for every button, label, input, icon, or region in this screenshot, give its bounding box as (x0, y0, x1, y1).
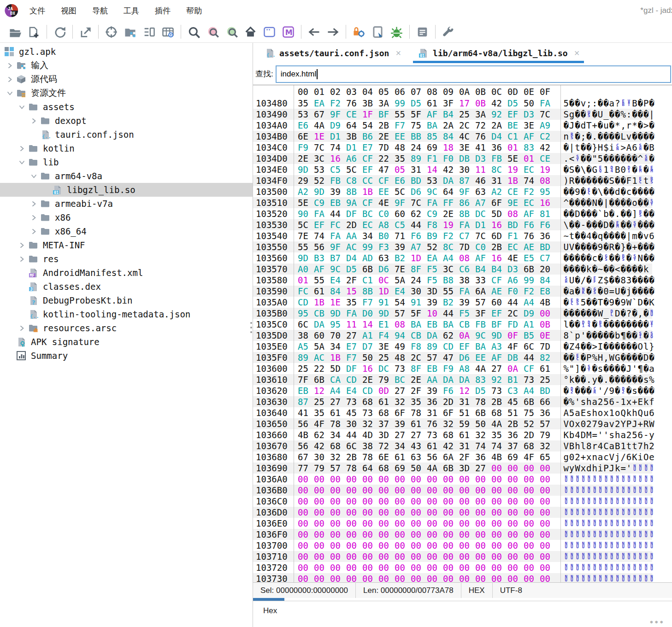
ascii-char[interactable]: � (609, 375, 614, 385)
ascii-char[interactable]: � (580, 187, 586, 197)
hex-byte[interactable]: DA (459, 375, 475, 385)
ascii-char[interactable]: B (615, 164, 620, 175)
ascii-char[interactable]: SY (586, 365, 592, 372)
hex-byte[interactable]: 0E (540, 330, 556, 340)
ascii-char[interactable]: c (592, 253, 597, 263)
ascii-char[interactable]: v (626, 131, 631, 141)
ascii-char[interactable]: D (637, 297, 643, 307)
hex-byte[interactable]: 17 (459, 98, 475, 108)
ascii-char[interactable]: a (575, 408, 580, 418)
hex-byte[interactable]: AF (524, 131, 540, 141)
ascii-char[interactable]: NU (620, 531, 626, 538)
hex-byte[interactable]: 85 (427, 131, 443, 141)
ascii-char[interactable]: NU (632, 553, 637, 560)
hex-byte[interactable]: B4 (475, 264, 491, 274)
ascii-char[interactable]: � (649, 220, 654, 230)
hex-byte[interactable]: 65 (540, 452, 556, 462)
ascii-char[interactable]: NU (609, 509, 614, 516)
ascii-char[interactable]: SY (632, 222, 637, 228)
ascii-char[interactable]: C (603, 441, 609, 451)
ascii-char[interactable]: M (586, 430, 592, 440)
ascii-char[interactable]: � (586, 253, 592, 263)
ascii-char[interactable]: NU (620, 564, 626, 571)
hex-byte[interactable]: 52 (427, 242, 443, 252)
ascii-char[interactable]: NU (643, 575, 648, 582)
hex-byte[interactable]: D5 (346, 264, 362, 274)
ascii-char[interactable]: � (580, 176, 586, 186)
hex-byte[interactable]: 35 (491, 430, 507, 440)
ascii-char[interactable]: s (643, 375, 648, 385)
hex-byte[interactable]: 42 (443, 164, 459, 175)
hex-byte[interactable]: 55 (314, 275, 330, 285)
hex-byte[interactable]: 00 (459, 507, 475, 517)
hex-byte[interactable]: BE (507, 120, 524, 130)
ascii-char[interactable]: � (637, 120, 643, 130)
ascii-char[interactable]: D1 (626, 166, 631, 173)
ascii-char[interactable]: NU (597, 575, 603, 582)
ascii-char[interactable]: S (569, 164, 574, 175)
hex-byte[interactable]: 00 (378, 474, 395, 484)
hex-byte[interactable]: 95 (298, 308, 314, 318)
ascii-char[interactable]: % (649, 375, 654, 385)
ascii-char[interactable]: R (569, 176, 574, 186)
ascii-char[interactable]: > (592, 341, 597, 352)
ascii-char[interactable]: h (586, 397, 592, 407)
hex-byte[interactable]: FA (459, 286, 475, 296)
ascii-char[interactable]: R (609, 242, 614, 252)
hex-byte[interactable]: 43 (411, 441, 427, 451)
hex-byte[interactable]: 81 (540, 209, 556, 219)
tab-assets-tauri.conf.json[interactable]: {..}assets/tauri.conf.json× (259, 43, 406, 63)
ascii-char[interactable]: a (649, 363, 654, 374)
hex-byte[interactable]: 9C (475, 330, 491, 340)
ascii-char[interactable]: % (592, 352, 597, 363)
hex-byte[interactable]: BF (491, 319, 507, 329)
ascii-char[interactable]: h (643, 441, 648, 451)
hex-byte[interactable]: F5 (459, 308, 475, 318)
ascii-char[interactable]: x (575, 419, 580, 429)
ascii-char[interactable]: BS (597, 321, 603, 328)
hex-byte[interactable]: 9C (330, 264, 346, 274)
ascii-char[interactable]: � (580, 153, 586, 164)
ascii-char[interactable]: NU (626, 498, 631, 504)
ascii-char[interactable]: t (632, 441, 637, 451)
hex-byte[interactable]: F2 (330, 98, 346, 108)
hex-byte[interactable]: 45 (507, 397, 524, 407)
ascii-char[interactable]: h (592, 408, 597, 418)
ascii-char[interactable]: NU (615, 476, 620, 482)
hex-byte[interactable]: 25 (459, 109, 475, 119)
hex-byte[interactable]: 9D (314, 187, 330, 197)
ascii-char[interactable]: SI (637, 332, 643, 339)
hex-byte[interactable]: 41 (298, 408, 314, 418)
hex-byte[interactable]: 00 (378, 563, 395, 573)
hex-byte[interactable]: 00 (362, 563, 378, 573)
ascii-char[interactable]: ? (615, 98, 620, 108)
hex-byte[interactable]: 3F (443, 98, 459, 108)
ascii-char[interactable]: NU (643, 531, 648, 538)
ascii-char[interactable]: � (569, 264, 574, 274)
hex-byte[interactable]: FC (298, 286, 314, 296)
hex-byte[interactable]: 00 (475, 574, 491, 583)
hex-byte[interactable]: 00 (443, 574, 459, 583)
tree-item-dexopt[interactable]: dexopt (0, 114, 253, 128)
ascii-char[interactable]: NU (597, 520, 603, 527)
hex-byte[interactable]: 00 (314, 574, 330, 583)
ascii-char[interactable]: O (569, 419, 574, 429)
ascii-char[interactable]: NU (637, 498, 643, 504)
hex-byte[interactable]: 79 (540, 430, 556, 440)
ascii-char[interactable]: W (649, 419, 654, 429)
hex-byte[interactable]: 7C (475, 231, 491, 241)
hex-byte[interactable]: 27 (330, 397, 346, 407)
ascii-char[interactable]: ° (563, 375, 569, 385)
ascii-char[interactable]: CR (592, 387, 597, 394)
ascii-char[interactable]: � (592, 187, 597, 197)
hex-byte[interactable]: 00 (507, 463, 524, 473)
hex-byte[interactable]: 70 (330, 330, 346, 340)
ascii-char[interactable]: - (643, 430, 648, 440)
ascii-char[interactable]: � (586, 220, 592, 230)
ascii-char[interactable]: NU (580, 575, 586, 582)
hex-byte[interactable]: 53 (427, 176, 443, 186)
hex-byte[interactable]: A2 (298, 187, 314, 197)
ascii-char[interactable]: 3 (626, 275, 631, 285)
hex-byte[interactable]: 00 (378, 551, 395, 562)
ascii-char[interactable]: / (620, 452, 626, 462)
